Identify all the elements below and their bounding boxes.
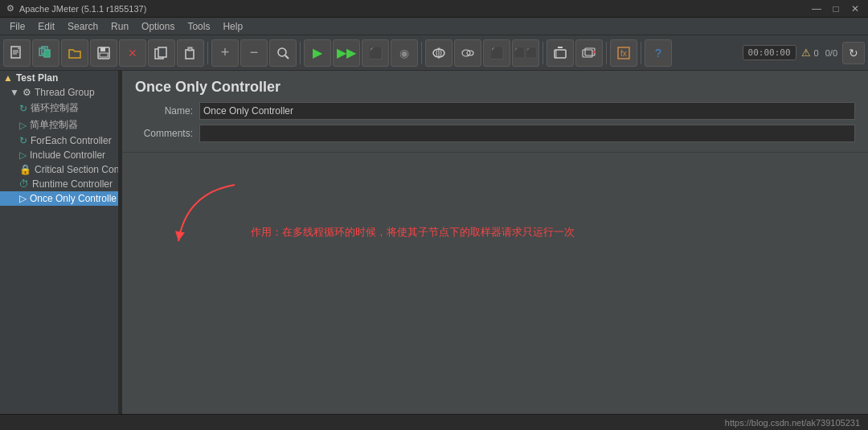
svg-point-14 [278, 48, 286, 56]
browse-button[interactable] [269, 39, 297, 67]
toolbar: ✕ + − ▶ ▶▶ ⬛ ◉ ⬛ ⬛⬛ fx ? [0, 35, 868, 71]
comments-input[interactable] [199, 125, 855, 142]
status-url: https://blog.csdn.net/ak739105231 [725, 418, 860, 428]
left-panel: ▲ Test Plan ▼ ⚙ Thread Group ↻ 循环控制器 ▷ 简… [0, 71, 119, 414]
add-button[interactable]: + [211, 39, 239, 67]
menu-item-run[interactable]: Run [104, 19, 135, 34]
loop-controller-label: 循环控制器 [31, 101, 79, 115]
once-only-icon: ▷ [19, 193, 27, 204]
refresh-button[interactable]: ↻ [842, 42, 865, 64]
maximize-button[interactable]: □ [829, 3, 842, 14]
content-body: 作用：在多线程循环的时候，将使其子节点下的取样器请求只运行一次 [122, 153, 868, 414]
svg-rect-9 [100, 53, 108, 57]
menu-item-file[interactable]: File [3, 19, 31, 34]
title-bar-left: ⚙ Apache JMeter (5.1.1 r1855137) [6, 3, 146, 14]
menu-item-search[interactable]: Search [61, 19, 104, 34]
svg-rect-6 [44, 50, 50, 57]
app-title: Apache JMeter (5.1.1 r1855137) [19, 4, 146, 14]
annotation-arrow [170, 177, 267, 257]
menu-item-options[interactable]: Options [135, 19, 181, 34]
remote-start-all-button[interactable] [454, 39, 481, 67]
toolbar-separator-5 [606, 42, 607, 64]
copy-button[interactable] [148, 39, 175, 67]
comments-field-row: Comments: [135, 125, 855, 142]
toolbar-separator-1 [207, 42, 208, 64]
menu-item-tools[interactable]: Tools [181, 19, 216, 34]
foreach-controller-icon: ↻ [19, 135, 27, 146]
close-button[interactable]: ✕ [849, 3, 862, 14]
start-button[interactable]: ▶ [304, 39, 331, 67]
stop-button[interactable]: ⬛ [362, 39, 389, 67]
remove-button[interactable]: − [240, 39, 268, 67]
tree-item-critical-section-controller[interactable]: 🔒 Critical Section Con [0, 162, 118, 177]
function-helper-button[interactable]: fx [610, 39, 637, 67]
tree-item-simple-controller[interactable]: ▷ 简单控制器 [0, 117, 118, 133]
tree-item-once-only-controller[interactable]: ▷ Once Only Controlle [0, 191, 118, 206]
annotation-text: 作用：在多线程循环的时候，将使其子节点下的取样器请求只运行一次 [251, 225, 575, 240]
toolbar-separator-3 [421, 42, 422, 64]
tree-item-runtime-controller[interactable]: ⏱ Runtime Controller [0, 177, 118, 191]
svg-rect-13 [188, 47, 192, 51]
svg-line-15 [285, 55, 289, 59]
comments-label: Comments: [135, 128, 199, 139]
svg-rect-12 [186, 50, 194, 59]
new-button[interactable] [3, 39, 31, 67]
warning-icon: ⚠ [801, 47, 811, 59]
remote-start-button[interactable] [425, 39, 452, 67]
menu-item-help[interactable]: Help [216, 19, 249, 34]
runtime-controller-label: Runtime Controller [32, 178, 113, 190]
right-panel: Once Only Controller Name: Comments: [122, 71, 868, 414]
warning-count: 0 [814, 48, 819, 58]
remote-stop-button[interactable]: ⬛ [483, 39, 510, 67]
shutdown-button[interactable]: ◉ [391, 39, 418, 67]
timer-display: 00:00:00 [743, 45, 796, 60]
revert-button[interactable]: ✕ [119, 39, 146, 67]
save-button[interactable] [90, 39, 117, 67]
title-bar-controls: — □ ✕ [810, 3, 862, 14]
name-field-row: Name: [135, 102, 855, 120]
thread-group-label: Thread Group [35, 87, 95, 98]
toolbar-separator-6 [641, 42, 641, 64]
include-controller-label: Include Controller [30, 149, 105, 161]
test-plan-icon: ▲ [3, 72, 13, 84]
tree-item-thread-group[interactable]: ▼ ⚙ Thread Group [0, 85, 118, 100]
tree-item-foreach-controller[interactable]: ↻ ForEach Controller [0, 133, 118, 148]
svg-rect-8 [100, 47, 105, 51]
start-no-pause-button[interactable]: ▶▶ [333, 39, 360, 67]
help-button[interactable]: ? [645, 39, 672, 67]
minimize-button[interactable]: — [810, 3, 823, 14]
simple-controller-icon: ▷ [19, 120, 27, 131]
tree-item-loop-controller[interactable]: ↻ 循环控制器 [0, 100, 118, 117]
tree-item-include-controller[interactable]: ▷ Include Controller [0, 148, 118, 162]
svg-rect-11 [158, 47, 166, 57]
run-counter: 0/0 [825, 48, 837, 58]
paste-button[interactable] [177, 39, 204, 67]
app-icon: ⚙ [6, 3, 14, 14]
once-only-label: Once Only Controlle [30, 193, 117, 204]
remote-stop-all-button[interactable]: ⬛⬛ [512, 39, 539, 67]
clear-all-button[interactable] [575, 39, 603, 67]
svg-rect-24 [583, 50, 592, 57]
main-area: ▲ Test Plan ▼ ⚙ Thread Group ↻ 循环控制器 ▷ 简… [0, 71, 868, 414]
templates-button[interactable] [32, 39, 59, 67]
test-plan-label: Test Plan [16, 72, 58, 84]
content-title: Once Only Controller [135, 79, 855, 96]
thread-group-icon: ⚙ [23, 87, 31, 98]
runtime-controller-icon: ⏱ [19, 178, 29, 190]
menu-bar: FileEditSearchRunOptionsToolsHelp [0, 18, 868, 35]
clear-button[interactable] [547, 39, 574, 67]
name-label: Name: [135, 105, 199, 117]
simple-controller-label: 简单控制器 [30, 118, 78, 132]
critical-section-label: Critical Section Con [35, 164, 119, 175]
content-header: Once Only Controller Name: Comments: [122, 71, 868, 153]
tree-item-test-plan[interactable]: ▲ Test Plan [0, 71, 118, 85]
toolbar-separator-4 [542, 42, 543, 64]
svg-rect-25 [585, 48, 595, 55]
include-controller-icon: ▷ [19, 149, 27, 161]
title-bar: ⚙ Apache JMeter (5.1.1 r1855137) — □ ✕ [0, 0, 868, 18]
toolbar-separator-2 [300, 42, 301, 64]
open-button[interactable] [61, 39, 88, 67]
name-input[interactable] [199, 102, 855, 120]
thread-group-expand-icon: ▼ [10, 87, 19, 98]
menu-item-edit[interactable]: Edit [31, 19, 61, 34]
